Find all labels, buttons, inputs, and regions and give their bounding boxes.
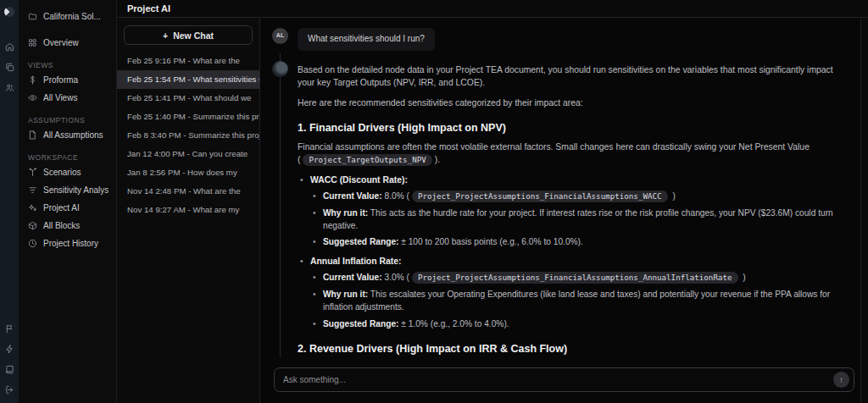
sub-label: Why run it: bbox=[323, 208, 368, 218]
section-intro: Financial assumptions are often the most… bbox=[298, 141, 843, 166]
sub-text: ± 100 to 200 basis points (e.g., 6.0% to… bbox=[398, 237, 582, 246]
section-label-views: VIEWS bbox=[28, 61, 108, 69]
logout-icon[interactable] bbox=[5, 385, 14, 395]
sub-bullet: Why run it: This acts as the hurdle rate… bbox=[310, 207, 843, 233]
folder-icon bbox=[28, 12, 37, 21]
home-icon[interactable] bbox=[5, 42, 14, 52]
sidebar: California Sol... Overview VIEWS Proform… bbox=[19, 0, 117, 403]
sidebar-item-project-ai[interactable]: Project AI bbox=[26, 199, 108, 217]
right-region: Project AI + New Chat Feb 25 9:16 PM - W… bbox=[117, 0, 868, 403]
sparkles-icon bbox=[28, 203, 37, 213]
chat-list-item[interactable]: Feb 8 3:40 PM - Summarize this project bbox=[117, 126, 259, 145]
chat-list-item[interactable]: Nov 14 2:48 PM - What are the bbox=[117, 182, 259, 201]
eye-icon bbox=[28, 93, 37, 102]
node-chip[interactable]: Project_ProjectAssumptions_FinancialAssu… bbox=[412, 272, 738, 284]
sidebar-item-all-assumptions[interactable]: All Assumptions bbox=[26, 126, 108, 144]
sub-text: This escalates your Operating Expenditur… bbox=[323, 290, 830, 312]
sidebar-item-label: All Views bbox=[43, 93, 77, 102]
chat-list: Feb 25 9:16 PM - What are the Feb 25 1:5… bbox=[117, 50, 259, 403]
sidebar-item-scenarios[interactable]: Scenarios bbox=[26, 163, 108, 181]
sub-label: Current Value: bbox=[323, 273, 382, 282]
chat-list-item[interactable]: Feb 25 1:41 PM - What should we bbox=[117, 89, 259, 108]
assistant-avatar bbox=[272, 61, 288, 77]
sidebar-item-label: Project AI bbox=[43, 203, 80, 213]
icon-rail bbox=[0, 0, 19, 403]
sub-bullet: Current Value: 8.0% (Project_ProjectAssu… bbox=[310, 190, 843, 203]
sub-bullet: Suggested Range: ± 100 to 200 basis poin… bbox=[310, 236, 843, 249]
sidebar-item-proforma[interactable]: Proforma bbox=[26, 71, 108, 89]
user-message: AL What sensitivities should I run? bbox=[272, 28, 843, 51]
chat-main: AL What sensitivities should I run? Base… bbox=[260, 18, 868, 403]
projects-icon[interactable] bbox=[5, 63, 14, 72]
sub-label: Suggested Range: bbox=[323, 237, 398, 246]
arrow-up-icon: ↑ bbox=[839, 375, 843, 384]
assistant-paragraph: Based on the detailed node data in your … bbox=[298, 63, 843, 89]
clock-icon bbox=[28, 239, 37, 248]
sidebar-item-label: Proforma bbox=[43, 75, 78, 85]
message-thread: AL What sensitivities should I run? Base… bbox=[260, 18, 868, 362]
section-label-workspace: WORKSPACE bbox=[28, 153, 108, 162]
sub-text: This acts as the hurdle rate for your pr… bbox=[323, 208, 833, 230]
team-icon[interactable] bbox=[5, 83, 14, 92]
assistant-paragraph: Here are the recommended sensitivities c… bbox=[298, 97, 843, 109]
sidebar-item-label: Scenarios bbox=[43, 168, 81, 177]
new-chat-button[interactable]: + New Chat bbox=[124, 25, 253, 45]
assistant-message: Based on the detailed node data in your … bbox=[272, 61, 843, 363]
chat-input[interactable] bbox=[283, 375, 833, 384]
sub-label: Why run it: bbox=[323, 290, 368, 299]
plus-icon: + bbox=[163, 30, 168, 41]
chat-list-item[interactable]: Feb 25 9:16 PM - What are the bbox=[117, 52, 259, 70]
intro-text: ). bbox=[435, 155, 440, 164]
sidebar-item-label: Overview bbox=[43, 38, 79, 47]
project-name: California Sol... bbox=[43, 12, 101, 21]
app-logo[interactable] bbox=[4, 7, 14, 17]
project-selector[interactable]: California Sol... bbox=[26, 8, 108, 25]
bullet-title: Annual Inflation Rate: bbox=[310, 257, 401, 266]
section-heading-financial: 1. Financial Drivers (High Impact on NPV… bbox=[298, 120, 843, 135]
sub-label: Suggested Range: bbox=[323, 319, 398, 328]
sub-label: Current Value: bbox=[323, 191, 382, 201]
chat-list-item-selected[interactable]: Feb 25 1:54 PM - What sensitivities sh..… bbox=[117, 70, 259, 89]
chat-list-item[interactable]: Jan 12 4:00 PM - Can you create bbox=[117, 145, 259, 163]
new-chat-label: New Chat bbox=[173, 30, 214, 41]
section-heading-revenue: 2. Revenue Drivers (High Impact on IRR &… bbox=[298, 341, 843, 356]
file-icon bbox=[28, 130, 37, 140]
sidebar-item-label: All Assumptions bbox=[43, 130, 103, 140]
chat-list-item[interactable]: Nov 14 9:27 AM - What are my bbox=[117, 201, 259, 219]
sidebar-item-label: All Blocks bbox=[43, 221, 80, 230]
app-root: California Sol... Overview VIEWS Proform… bbox=[0, 0, 868, 403]
chat-history-panel: + New Chat Feb 25 9:16 PM - What are the… bbox=[117, 18, 260, 403]
sidebar-item-label: Project History bbox=[43, 239, 98, 248]
user-message-bubble: What sensitivities should I run? bbox=[298, 28, 435, 51]
sidebar-item-project-history[interactable]: Project History bbox=[26, 235, 108, 252]
send-button[interactable]: ↑ bbox=[833, 372, 849, 388]
bullet-item: Annual Inflation Rate: Current Value: 3.… bbox=[298, 255, 843, 330]
section-label-assumptions: ASSUMPTIONS bbox=[28, 116, 108, 124]
bullet-title: WACC (Discount Rate): bbox=[310, 175, 408, 185]
sub-bullet-list: Current Value: 3.0% (Project_ProjectAssu… bbox=[310, 272, 843, 330]
grid-icon bbox=[28, 38, 37, 47]
sub-text: 3.0% ( bbox=[382, 273, 409, 282]
sidebar-item-overview[interactable]: Overview bbox=[26, 34, 108, 52]
scenarios-icon bbox=[28, 168, 37, 177]
node-chip[interactable]: Project_TargetOutputs_NPV bbox=[303, 154, 431, 166]
chat-list-item[interactable]: Feb 25 1:40 PM - Summarize this project bbox=[117, 108, 259, 126]
chat-list-item[interactable]: Jan 8 2:56 PM - How does my bbox=[117, 163, 259, 182]
composer: ↑ bbox=[260, 362, 868, 403]
zap-icon[interactable] bbox=[5, 345, 14, 354]
docs-icon[interactable] bbox=[5, 365, 14, 374]
scrollbar[interactable] bbox=[860, 18, 868, 403]
page-title: Project AI bbox=[127, 3, 170, 14]
sub-bullet: Why run it: This escalates your Operatin… bbox=[310, 289, 843, 314]
sidebar-item-sensitivity-analysis[interactable]: Sensitivity Analysis bbox=[26, 181, 108, 199]
dollar-icon bbox=[28, 75, 37, 85]
sub-text: 8.0% ( bbox=[382, 191, 409, 201]
sub-bullet: Current Value: 3.0% (Project_ProjectAssu… bbox=[310, 272, 843, 284]
sidebar-item-all-views[interactable]: All Views bbox=[26, 89, 108, 107]
node-chip[interactable]: Project_ProjectAssumptions_FinancialAssu… bbox=[412, 190, 668, 202]
sub-text: ± 1.0% (e.g., 2.0% to 4.0%). bbox=[398, 319, 509, 328]
sidebar-item-all-blocks[interactable]: All Blocks bbox=[26, 217, 108, 235]
sidebar-item-label: Sensitivity Analysis bbox=[43, 185, 108, 195]
flag-icon[interactable] bbox=[5, 324, 14, 334]
bullet-item: WACC (Discount Rate): Current Value: 8.0… bbox=[298, 174, 843, 249]
